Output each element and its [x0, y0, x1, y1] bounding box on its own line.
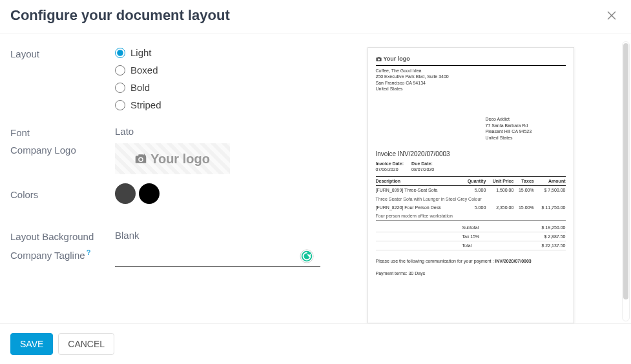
- modal-header: Configure your document layout: [0, 0, 631, 34]
- layout-option-label: Striped: [130, 99, 161, 110]
- table-row: Four person modern office workstation: [376, 212, 566, 221]
- layout-option-boxed[interactable]: Boxed: [115, 65, 320, 76]
- preview-payment-terms: Payment terms: 30 Days: [376, 270, 566, 276]
- save-button[interactable]: SAVE: [10, 333, 53, 355]
- modal-footer: SAVE CANCEL: [0, 323, 631, 364]
- background-select[interactable]: Blank: [115, 230, 320, 241]
- close-button[interactable]: [603, 6, 621, 25]
- svg-rect-5: [143, 155, 146, 156]
- color-swatches: [115, 183, 320, 204]
- camera-plus-icon: [135, 154, 147, 164]
- logo-label: Company Logo: [10, 143, 115, 156]
- modal-title: Configure your document layout: [10, 7, 230, 24]
- grammarly-icon[interactable]: [300, 249, 314, 263]
- preview-totals: Subtotal$ 19,250.00 Tax 15%$ 2,887.50 To…: [376, 223, 566, 250]
- radio-striped[interactable]: [115, 100, 125, 110]
- preview-bill-to: Deco Addict 77 Santa Barbara Rd Pleasant…: [486, 116, 566, 141]
- font-label: Font: [10, 126, 115, 138]
- svg-point-10: [377, 59, 379, 61]
- color-swatch-primary[interactable]: [115, 183, 136, 204]
- font-select[interactable]: Lato: [115, 126, 320, 137]
- close-icon: [606, 10, 617, 21]
- table-row: [FURN_8999] Three-Seat Sofa 5.000 1,500.…: [376, 186, 566, 195]
- preview-line-table: Description Quantity Unit Price Taxes Am…: [376, 176, 566, 220]
- logo-placeholder-text: Your logo: [150, 152, 210, 167]
- table-row: [FURN_8220] Four Person Desk 5.000 2,350…: [376, 203, 566, 212]
- radio-light[interactable]: [115, 48, 125, 58]
- cancel-button[interactable]: CANCEL: [58, 333, 114, 355]
- scrollbar[interactable]: [622, 41, 630, 321]
- radio-bold[interactable]: [115, 83, 125, 93]
- config-form: Layout Light Boxed Bold: [10, 47, 320, 323]
- preview-company-address: Coffee, The Good Idea 250 Executive Park…: [376, 68, 566, 92]
- help-icon[interactable]: ?: [87, 248, 91, 256]
- preview-invoice-title: Invoice INV/2020/07/0003: [376, 150, 566, 158]
- background-label: Layout Background: [10, 230, 115, 242]
- layout-label: Layout: [10, 47, 115, 59]
- table-row: Three Seater Sofa with Lounger in Steel …: [376, 195, 566, 203]
- radio-boxed[interactable]: [115, 65, 125, 76]
- preview-logo: Your logo: [376, 56, 566, 63]
- colors-label: Colors: [10, 188, 115, 200]
- svg-rect-1: [138, 154, 143, 156]
- layout-radio-group: Light Boxed Bold Striped: [115, 47, 320, 110]
- tagline-label: Company Tagline?: [10, 247, 115, 261]
- layout-option-label: Bold: [130, 82, 150, 93]
- company-logo-upload[interactable]: Your logo: [115, 143, 230, 174]
- svg-point-3: [140, 158, 143, 161]
- layout-option-label: Boxed: [130, 65, 158, 76]
- layout-option-bold[interactable]: Bold: [115, 82, 320, 93]
- scrollbar-thumb[interactable]: [623, 43, 628, 299]
- tagline-input[interactable]: [115, 247, 320, 267]
- layout-option-striped[interactable]: Striped: [115, 99, 320, 110]
- color-swatch-secondary[interactable]: [139, 183, 160, 204]
- layout-option-light[interactable]: Light: [115, 47, 320, 58]
- preview-payment-note: Please use the following communication f…: [376, 258, 566, 264]
- layout-option-label: Light: [130, 47, 152, 58]
- svg-rect-9: [377, 57, 380, 58]
- preview-dates: Invoice Date:07/06/2020 Due Date:08/07/2…: [376, 161, 566, 172]
- preview-panel: Your logo Coffee, The Good Idea 250 Exec…: [320, 47, 621, 323]
- document-preview: Your logo Coffee, The Good Idea 250 Exec…: [367, 47, 574, 323]
- camera-icon: [376, 56, 382, 62]
